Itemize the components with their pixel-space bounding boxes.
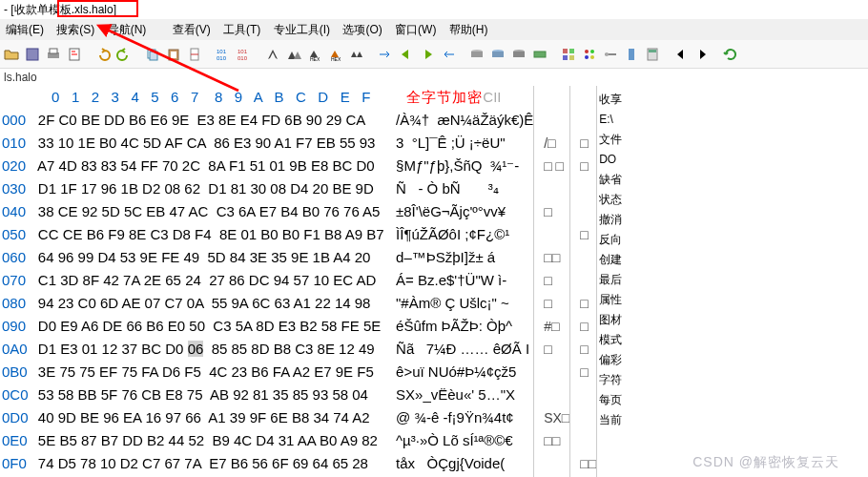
svg-point-30 [590,55,594,59]
findall-icon[interactable] [347,45,366,64]
preview-column-2: □ □ □ □ □ □ □ □□ [569,86,596,477]
side-item: E:\ [599,110,622,130]
goback-icon[interactable] [439,45,458,64]
tab-file[interactable]: ls.halo [4,71,37,84]
svg-point-29 [585,55,589,59]
svg-point-28 [590,50,594,53]
forward-icon[interactable] [418,45,437,64]
find-icon[interactable] [263,45,282,64]
replace-icon[interactable]: HEX [326,45,345,64]
svg-rect-6 [150,52,157,60]
tab-bar: ls.halo [0,69,868,86]
side-item: 字符 [599,370,622,390]
ram-icon[interactable] [530,45,549,64]
svg-rect-24 [569,49,574,53]
dots-icon[interactable] [580,45,599,64]
properties-icon[interactable] [65,45,84,64]
svg-rect-25 [563,55,568,60]
svg-rect-26 [569,55,574,60]
toolbar: 101010 101010 HEX HEX [0,40,868,69]
menu-help[interactable]: 帮助(H) [447,21,490,38]
svg-text:010: 010 [217,55,227,61]
print-icon[interactable] [44,45,63,64]
menu-protools[interactable]: 专业工具(I) [272,21,332,38]
svg-point-32 [605,52,609,56]
side-item: 属性 [599,290,622,310]
svg-rect-21 [513,52,525,57]
side-item: 图材 [599,310,622,330]
refresh-icon[interactable] [721,45,740,64]
disk-icon[interactable] [23,45,42,64]
svg-rect-17 [471,52,483,57]
undo-icon[interactable] [93,45,113,64]
svg-rect-33 [629,49,634,60]
menu-window[interactable]: 窗口(W) [393,21,438,38]
svg-text:HEX: HEX [310,56,320,62]
hex-column: 0 1 2 3 4 5 6 7 8 9 A B C D E F 2F C0 BE… [31,86,384,477]
menu-tools[interactable]: 工具(T) [221,21,262,38]
menu-bar: 编辑(E) 搜索(S) 导航(N) 查看(V) 工具(T) 专业工具(I) 选项… [0,19,868,40]
back-icon[interactable] [397,45,416,64]
hex-view[interactable]: 0000100200300400500600700800900A00B00C00… [0,86,596,477]
side-item: 每页 [599,390,622,410]
disk3-icon[interactable] [509,45,528,64]
menu-nav[interactable]: 导航(N) [106,21,149,38]
offset-column: 0000100200300400500600700800900A00B00C00… [0,86,31,477]
cut-icon[interactable] [185,45,204,64]
ascii-column: 全字节加密CII /À¾† æN¼äŽäýk€)Ê 3 °L]¯Ê ;Ü ¡÷ë… [384,86,534,477]
side-item: 偏彩 [599,350,622,370]
side-item: 创建 [599,250,622,270]
svg-rect-8 [171,52,176,58]
svg-text:101: 101 [238,49,248,54]
tool2-icon[interactable] [622,45,641,64]
prev-icon[interactable] [672,45,691,64]
side-item: 最后 [599,270,622,290]
tool1-icon[interactable] [601,45,620,64]
menu-view[interactable]: 查看(V) [171,21,213,38]
svg-point-27 [585,50,589,53]
grid-icon[interactable] [559,45,578,64]
svg-text:HEX: HEX [331,56,341,62]
next-icon[interactable] [692,45,712,64]
svg-text:101: 101 [217,49,227,54]
svg-rect-1 [27,49,38,60]
side-item: 状态 [599,190,622,210]
side-panel: 收享E:\文件DO缺省状态撤消反向创建最后属性图材模式偏彩字符每页当前 [596,86,624,477]
side-item: 撤消 [599,210,622,230]
copy-icon[interactable] [143,45,162,64]
side-item: DO [599,150,622,170]
hex2-icon[interactable]: 101010 [235,45,254,64]
side-item: 模式 [599,330,622,350]
svg-rect-3 [50,49,57,53]
menu-edit[interactable]: 编辑(E) [4,21,46,38]
menu-options[interactable]: 选项(O) [341,21,383,38]
svg-rect-19 [492,52,504,57]
calc-icon[interactable] [643,45,662,64]
redo-icon[interactable] [114,45,134,64]
hex-icon[interactable]: 101010 [214,45,233,64]
paste-icon[interactable] [164,45,183,64]
svg-rect-23 [563,49,568,53]
disk2-icon[interactable] [488,45,507,64]
side-item: 文件 [599,130,622,150]
watermark: CSDN @解密恢复云天 [692,454,839,471]
preview-column: /□ □ □ □ □□ □ □ #□ □ SX□ □□ □□ □□ [533,86,569,477]
open-icon[interactable] [2,45,21,64]
side-item: 当前 [599,410,622,430]
side-item: 反向 [599,230,622,250]
menu-search[interactable]: 搜索(S) [54,21,96,38]
side-item: 收享 [599,90,622,110]
svg-rect-35 [649,50,656,52]
findhex-icon[interactable]: HEX [305,45,324,64]
findnext-icon[interactable] [284,45,303,64]
disk1-icon[interactable] [467,45,486,64]
goto-icon[interactable] [376,45,395,64]
side-item: 缺省 [599,170,622,190]
highlight-box [57,0,138,17]
svg-text:010: 010 [238,55,248,61]
svg-rect-22 [534,52,546,57]
